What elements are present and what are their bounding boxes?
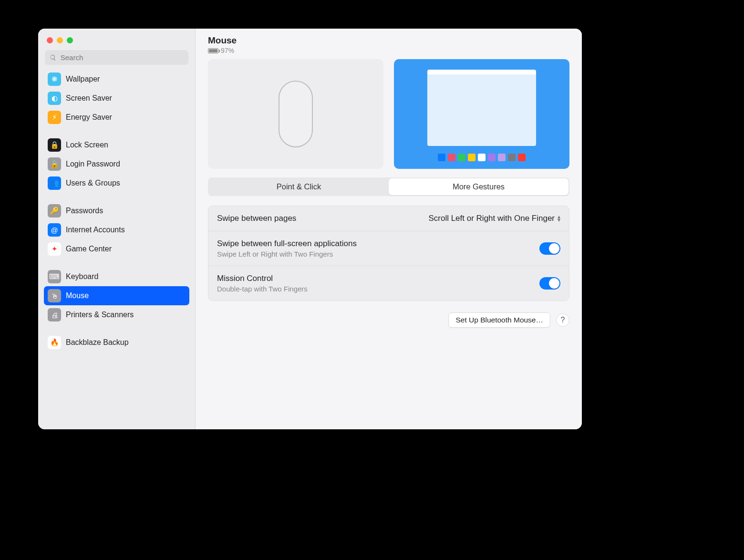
content-pane: Mouse 97% Point & Click More Gestures <box>196 29 582 429</box>
sidebar-item-internet-accounts[interactable]: @Internet Accounts <box>44 220 189 239</box>
system-settings-window: ❋Wallpaper◐Screen Saver⚡︎Energy Saver🔒Lo… <box>38 29 582 429</box>
sidebar-item-login-password[interactable]: 🔒Login Password <box>44 155 189 174</box>
row-mission-control: Mission Control Double-tap with Two Fing… <box>208 266 569 301</box>
mouse-preview <box>208 59 383 169</box>
lock-screen-icon: 🔒 <box>48 138 61 152</box>
desktop-preview <box>394 59 569 169</box>
row-swipe-pages: Swipe between pages Scroll Left or Right… <box>208 206 569 231</box>
passwords-icon: 🔑 <box>48 204 61 218</box>
updown-chevron-icon: ▴▾ <box>558 215 560 222</box>
mouse-illustration <box>279 81 313 147</box>
dock-app-icon <box>468 154 475 161</box>
search-field[interactable] <box>45 50 188 65</box>
swipe-fullscreen-label: Swipe between full-screen applications <box>217 239 357 249</box>
preview-row <box>208 59 569 169</box>
sidebar-item-wallpaper[interactable]: ❋Wallpaper <box>44 70 189 89</box>
internet-accounts-icon: @ <box>48 223 61 237</box>
settings-list: Swipe between pages Scroll Left or Right… <box>208 206 569 301</box>
sidebar-item-label: Game Center <box>66 245 112 253</box>
sidebar-item-label: Screen Saver <box>66 94 112 103</box>
minimize-button[interactable] <box>57 37 63 43</box>
preview-window <box>427 70 536 146</box>
help-button[interactable]: ? <box>556 313 569 327</box>
printers-scanners-icon: 🖨 <box>48 308 61 321</box>
sidebar-item-label: Energy Saver <box>66 113 112 122</box>
game-center-icon: ✦ <box>48 242 61 256</box>
sidebar-item-users-groups[interactable]: 👥Users & Groups <box>44 174 189 193</box>
search-icon <box>50 54 57 62</box>
sidebar-item-label: Printers & Scanners <box>66 311 134 319</box>
login-password-icon: 🔒 <box>48 157 61 171</box>
backblaze-icon: 🔥 <box>48 336 61 349</box>
close-button[interactable] <box>47 37 53 43</box>
page-title: Mouse <box>208 35 569 46</box>
tab-segmented-control: Point & Click More Gestures <box>208 177 569 196</box>
sidebar-item-keyboard[interactable]: ⌨Keyboard <box>44 267 189 286</box>
sidebar-item-backblaze[interactable]: 🔥Backblaze Backup <box>44 333 189 352</box>
users-groups-icon: 👥 <box>48 176 61 190</box>
maximize-button[interactable] <box>67 37 73 43</box>
dock-app-icon <box>518 154 526 161</box>
mission-control-sub: Double-tap with Two Fingers <box>217 285 308 293</box>
row-swipe-fullscreen: Swipe between full-screen applications S… <box>208 231 569 266</box>
sidebar-item-label: Mouse <box>66 291 89 300</box>
dock-app-icon <box>458 154 465 161</box>
swipe-fullscreen-sub: Swipe Left or Right with Two Fingers <box>217 250 357 258</box>
setup-bluetooth-button[interactable]: Set Up Bluetooth Mouse… <box>448 312 550 328</box>
sidebar-item-mouse[interactable]: 🖱Mouse <box>44 286 189 305</box>
dock-app-icon <box>508 154 516 161</box>
sidebar-item-label: Users & Groups <box>66 179 120 187</box>
preview-dock <box>438 154 526 161</box>
swipe-pages-select[interactable]: Scroll Left or Right with One Finger ▴▾ <box>428 214 560 223</box>
mouse-icon: 🖱 <box>48 289 61 302</box>
battery-icon <box>208 48 218 53</box>
sidebar-item-label: Keyboard <box>66 272 99 281</box>
sidebar-item-label: Internet Accounts <box>66 226 125 234</box>
mission-control-toggle[interactable] <box>539 277 560 290</box>
swipe-fullscreen-toggle[interactable] <box>539 242 560 255</box>
sidebar-item-label: Login Password <box>66 160 120 168</box>
dock-app-icon <box>478 154 486 161</box>
tab-more-gestures[interactable]: More Gestures <box>389 178 568 195</box>
sidebar-item-label: Backblaze Backup <box>66 338 129 347</box>
sidebar-item-energy-saver[interactable]: ⚡︎Energy Saver <box>44 108 189 127</box>
wallpaper-icon: ❋ <box>48 73 61 86</box>
screen-saver-icon: ◐ <box>48 92 61 105</box>
sidebar-item-printers-scanners[interactable]: 🖨Printers & Scanners <box>44 305 189 324</box>
sidebar-nav: ❋Wallpaper◐Screen Saver⚡︎Energy Saver🔒Lo… <box>38 70 195 429</box>
sidebar-item-label: Passwords <box>66 207 103 215</box>
sidebar-item-label: Wallpaper <box>66 75 100 83</box>
mission-control-label: Mission Control <box>217 274 308 283</box>
footer: Set Up Bluetooth Mouse… ? <box>208 312 569 328</box>
dock-app-icon <box>438 154 445 161</box>
energy-saver-icon: ⚡︎ <box>48 111 61 124</box>
sidebar-item-passwords[interactable]: 🔑Passwords <box>44 201 189 220</box>
tab-point-click[interactable]: Point & Click <box>209 178 389 195</box>
sidebar-item-label: Lock Screen <box>66 141 108 149</box>
swipe-pages-value: Scroll Left or Right with One Finger <box>428 214 555 223</box>
sidebar: ❋Wallpaper◐Screen Saver⚡︎Energy Saver🔒Lo… <box>38 29 196 429</box>
dock-app-icon <box>448 154 455 161</box>
sidebar-item-lock-screen[interactable]: 🔒Lock Screen <box>44 135 189 155</box>
battery-status: 97% <box>208 47 569 54</box>
swipe-pages-label: Swipe between pages <box>217 214 296 223</box>
window-controls <box>38 29 195 50</box>
battery-percent: 97% <box>221 47 234 54</box>
page-header: Mouse 97% <box>208 35 569 54</box>
sidebar-item-game-center[interactable]: ✦Game Center <box>44 239 189 259</box>
sidebar-item-screen-saver[interactable]: ◐Screen Saver <box>44 89 189 108</box>
dock-app-icon <box>488 154 496 161</box>
keyboard-icon: ⌨ <box>48 270 61 283</box>
search-input[interactable] <box>61 53 184 62</box>
dock-app-icon <box>498 154 506 161</box>
